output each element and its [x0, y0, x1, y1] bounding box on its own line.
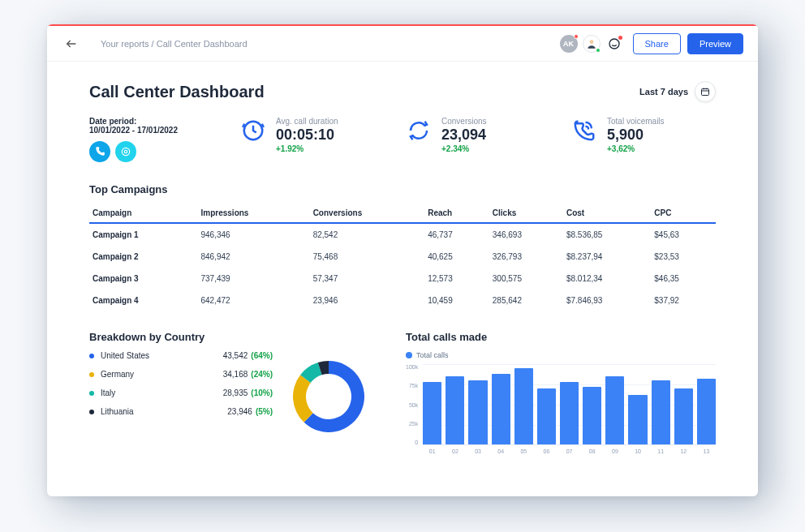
table-cell: 300,575	[489, 268, 563, 290]
x-axis-tick: 03	[468, 448, 487, 454]
table-cell: 40,625	[424, 246, 489, 268]
chart-bar[interactable]	[697, 379, 716, 444]
x-axis-tick: 10	[628, 448, 647, 454]
chart-bar[interactable]	[492, 374, 510, 444]
table-cell: $37,92	[651, 290, 716, 311]
x-axis-tick: 13	[697, 448, 716, 454]
country-item: Lithuania 23,946 (5%)	[89, 407, 273, 416]
kpi-row: Date period: 10/01/2022 - 17/01/2022 Avg…	[89, 117, 716, 162]
date-period-block: Date period: 10/01/2022 - 17/01/2022	[89, 117, 219, 162]
svg-point-8	[124, 150, 127, 153]
table-row[interactable]: Campaign 4642,47223,94610,459285,642$7.8…	[89, 290, 716, 311]
country-name: Germany	[101, 370, 223, 379]
table-row[interactable]: Campaign 3737,43957,34712,573300,575$8.0…	[89, 268, 716, 290]
table-header: Reach	[424, 204, 489, 223]
preview-button[interactable]: Preview	[687, 33, 743, 54]
avatar-initials: AK	[563, 40, 574, 48]
country-percent: (24%)	[251, 370, 273, 379]
calendar-icon[interactable]	[695, 81, 716, 102]
chat-icon[interactable]	[605, 35, 623, 53]
kpi-delta: +1.92%	[276, 144, 385, 153]
kpi-label: Conversions	[441, 117, 550, 126]
campaigns-table: CampaignImpressionsConversionsReachClick…	[89, 204, 716, 311]
kpi-label: Total voicemails	[607, 117, 716, 126]
svg-point-1	[589, 40, 593, 44]
x-axis-tick: 05	[514, 448, 533, 454]
date-period-label: Date period:	[89, 117, 219, 126]
x-axis-tick: 09	[605, 448, 624, 454]
table-row[interactable]: Campaign 1946,34682,54246,737346,693$8.5…	[89, 223, 716, 246]
table-cell: 46,737	[424, 223, 489, 246]
table-cell: 12,573	[424, 268, 489, 290]
refresh-icon	[404, 117, 433, 162]
table-cell: 82,542	[310, 223, 425, 246]
table-cell: 10,459	[424, 290, 489, 311]
table-cell: 57,347	[310, 268, 425, 290]
chart-bar[interactable]	[583, 387, 601, 444]
table-header: CPC	[651, 204, 716, 223]
country-percent: (5%)	[256, 407, 273, 416]
clock-icon	[239, 117, 268, 162]
chart-bar[interactable]	[537, 388, 556, 444]
chart-bar[interactable]	[674, 388, 693, 444]
chart-bar[interactable]	[423, 382, 441, 444]
table-cell: Campaign 1	[89, 223, 198, 246]
chart-bar[interactable]	[468, 380, 487, 444]
date-range-label: Last 7 days	[639, 87, 688, 97]
table-cell: $7.846,93	[563, 290, 651, 311]
country-item: Germany 34,168 (24%)	[89, 370, 273, 379]
content-area: Call Center Dashboard Last 7 days Date p…	[47, 62, 758, 496]
table-row[interactable]: Campaign 2846,94275,46840,625326,793$8.2…	[89, 246, 716, 268]
table-cell: Campaign 4	[89, 290, 198, 311]
country-name: Lithuania	[101, 407, 227, 416]
chart-bar[interactable]	[446, 376, 464, 444]
source-phone-icon[interactable]	[89, 141, 110, 162]
chart-bar[interactable]	[514, 368, 533, 444]
calls-legend: Total calls	[406, 351, 716, 359]
table-cell: $8.012,34	[563, 268, 651, 290]
page-title: Call Center Dashboard	[89, 83, 639, 101]
table-header: Campaign	[89, 204, 198, 223]
table-cell: 946,346	[198, 223, 310, 246]
svg-rect-3	[702, 89, 709, 96]
x-axis-tick: 11	[652, 448, 670, 454]
source-voicemail-icon[interactable]	[115, 141, 136, 162]
y-axis-tick: 0	[406, 440, 418, 445]
back-button[interactable]	[62, 34, 81, 54]
x-axis-tick: 01	[423, 448, 441, 454]
table-header: Cost	[563, 204, 651, 223]
table-cell: $23,53	[651, 246, 716, 268]
table-cell: 846,942	[198, 246, 310, 268]
avatar-user-2[interactable]	[583, 35, 601, 53]
country-breakdown-section: Breakdown by Country United States 43,54…	[89, 331, 373, 461]
chart-bar[interactable]	[652, 380, 670, 444]
online-dot-icon	[596, 48, 601, 53]
country-name: Italy	[101, 388, 223, 397]
table-header: Impressions	[198, 204, 310, 223]
y-axis-tick: 75k	[406, 383, 418, 388]
breadcrumb[interactable]: Your reports / Call Center Dashboard	[101, 39, 248, 49]
y-axis-tick: 50k	[406, 402, 418, 408]
kpi-delta: +3,62%	[607, 144, 716, 153]
chart-bar[interactable]	[628, 395, 647, 444]
legend-dot-icon	[89, 391, 94, 396]
table-cell: Campaign 3	[89, 268, 198, 290]
country-value: 34,168	[223, 370, 248, 379]
table-cell: 75,468	[310, 246, 425, 268]
chart-bar[interactable]	[560, 382, 579, 444]
table-cell: $45,63	[651, 223, 716, 246]
country-item: Italy 28,935 (10%)	[89, 388, 273, 397]
table-cell: 326,793	[489, 246, 563, 268]
kpi-conversions: Conversions 23,094 +2.34%	[404, 117, 550, 162]
share-button[interactable]: Share	[633, 33, 681, 54]
chart-bar[interactable]	[605, 376, 624, 444]
y-axis-tick: 25k	[406, 421, 418, 427]
date-range-selector[interactable]: Last 7 days	[639, 81, 716, 102]
app-window: Your reports / Call Center Dashboard AK …	[47, 24, 758, 496]
x-axis-tick: 02	[446, 448, 464, 454]
avatar-user-1[interactable]: AK	[560, 35, 578, 53]
table-cell: $8.536,85	[563, 223, 651, 246]
country-value: 23,946	[227, 407, 252, 416]
y-axis-tick: 100k	[406, 364, 418, 370]
notification-dot-icon	[618, 36, 622, 40]
